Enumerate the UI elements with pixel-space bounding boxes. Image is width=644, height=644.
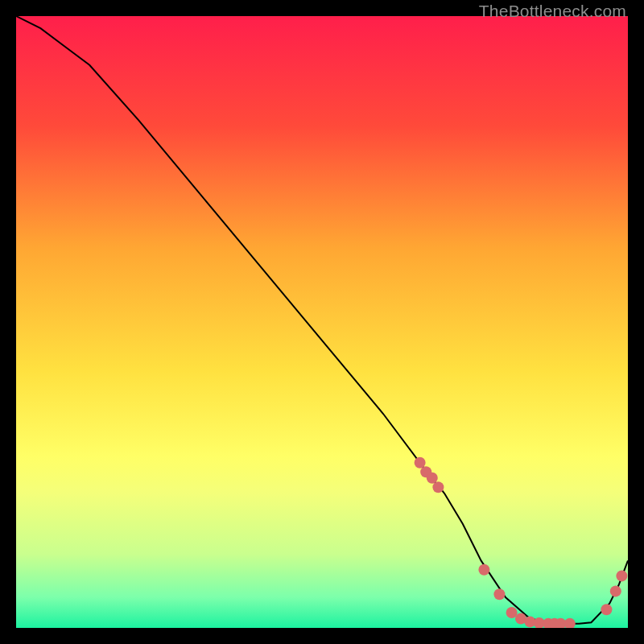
chart-background	[16, 16, 628, 628]
data-marker	[601, 604, 612, 615]
chart-frame: TheBottleneck.com	[0, 0, 644, 644]
chart-svg	[16, 16, 628, 628]
plot-area	[16, 16, 628, 628]
data-marker	[478, 564, 489, 576]
data-marker	[493, 588, 505, 600]
data-marker	[506, 607, 518, 618]
watermark-text: TheBottleneck.com	[479, 2, 626, 21]
data-marker	[415, 457, 426, 469]
data-marker	[610, 585, 621, 597]
data-marker	[616, 570, 627, 581]
data-marker	[427, 473, 438, 484]
data-marker	[432, 481, 444, 493]
